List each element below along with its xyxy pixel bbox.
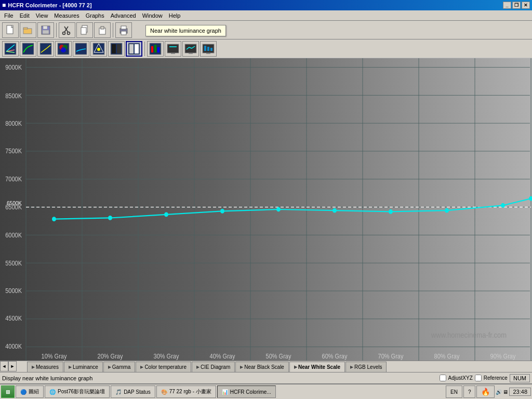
taskbar-btn-post76[interactable]: 🌐 Post76影音玩樂論壇	[45, 385, 110, 398]
taskbar-left: ⊞ 🔵 圖紹 🌐 Post76影音玩樂論壇 🎵 DAP Status 🎨 77 …	[1, 385, 276, 398]
paint-icon: 🎨	[161, 389, 167, 395]
svg-rect-11	[81, 28, 86, 34]
svg-point-100	[332, 208, 337, 213]
net-icon[interactable]: 🖥	[503, 389, 508, 395]
menu-window[interactable]: Window	[139, 11, 166, 20]
menu-measures[interactable]: Measures	[51, 11, 82, 20]
svg-point-30	[97, 48, 100, 51]
cie-button[interactable]	[90, 41, 107, 57]
menu-graphs[interactable]: Graphs	[83, 11, 108, 20]
menu-help[interactable]: Help	[166, 11, 184, 20]
near-black-button[interactable]	[108, 41, 125, 57]
adjust-area: AdjustXYZ Reference	[440, 375, 508, 381]
menu-view[interactable]: View	[33, 11, 51, 20]
taskbar-btn-tuwbi[interactable]: 🔵 圖紹	[16, 385, 44, 398]
adjust-xyz-label: AdjustXYZ	[448, 375, 473, 381]
svg-rect-16	[121, 31, 126, 35]
toolbar-file	[0, 21, 532, 39]
tab-gamma[interactable]: ▶Gamma	[103, 362, 136, 372]
language-button[interactable]: EN	[446, 385, 462, 398]
adjust-xyz-checkbox[interactable]	[440, 375, 446, 381]
help-taskbar-button[interactable]: ?	[463, 385, 476, 398]
status-right: AdjustXYZ Reference NUM	[440, 374, 530, 382]
nero-icon: 🔥	[481, 388, 490, 396]
svg-rect-5	[43, 30, 49, 34]
rgb-button[interactable]	[55, 41, 72, 57]
svg-rect-44	[185, 44, 196, 53]
start-button[interactable]: ⊞	[1, 385, 15, 398]
svg-rect-50	[210, 48, 212, 51]
save-button[interactable]	[37, 22, 54, 38]
new-button[interactable]	[2, 22, 19, 38]
restore-button[interactable]: ❐	[512, 2, 521, 9]
svg-point-26	[61, 47, 66, 52]
menu-file[interactable]: File	[1, 11, 17, 20]
luminance-button[interactable]	[20, 41, 36, 57]
print-button[interactable]	[115, 22, 132, 38]
tab-cie-diagram[interactable]: ▶CIE Diagram	[192, 362, 235, 372]
close-button[interactable]: ✕	[522, 2, 530, 9]
svg-point-98	[220, 209, 224, 214]
start-icon: ⊞	[6, 389, 10, 395]
svg-text:90% Gray: 90% Gray	[490, 353, 516, 360]
tab-luminance[interactable]: ▶Luminance	[64, 362, 103, 372]
tab-prev-button[interactable]: ◄	[0, 361, 8, 371]
rgb-levels-button[interactable]	[147, 41, 164, 57]
svg-rect-48	[204, 46, 206, 51]
main-content: 9000K 8500K 8000K 7500K 7000K 6500K 6000…	[0, 58, 532, 383]
minimize-button[interactable]: _	[503, 2, 511, 9]
gamma-button[interactable]	[37, 41, 54, 57]
menu-edit[interactable]: Edit	[17, 11, 33, 20]
copy-button[interactable]	[76, 22, 93, 38]
dap-label: DAP Status	[124, 389, 151, 395]
svg-rect-4	[43, 26, 47, 29]
extra1-button[interactable]	[165, 41, 181, 57]
open-button[interactable]	[20, 22, 36, 38]
extra3-button[interactable]	[200, 41, 217, 57]
chart-wrapper: 9000K 8500K 8000K 7500K 7000K 6500K 6000…	[0, 58, 532, 361]
svg-text:70% Gray: 70% Gray	[378, 353, 404, 360]
taskbar-btn-hcfr[interactable]: 📊 HCFR Colorime...	[217, 385, 276, 398]
tab-near-white-scale[interactable]: ▶Near White Scale	[289, 362, 345, 372]
app-title: HCFR Colorimeter - [4000 77 2]	[8, 2, 91, 8]
extra2-button[interactable]	[182, 41, 199, 57]
app-icon: ■	[2, 2, 6, 9]
near-white-button[interactable]	[126, 41, 142, 57]
svg-rect-47	[206, 53, 210, 54]
svg-text:40% Gray: 40% Gray	[210, 353, 235, 360]
svg-point-101	[389, 209, 393, 214]
paste-button[interactable]	[94, 22, 111, 38]
status-bar: Display near white luminance graph Adjus…	[0, 372, 532, 383]
svg-rect-38	[151, 46, 153, 52]
svg-text:5500K: 5500K	[5, 260, 22, 267]
system-tray: 🔊 🖥	[496, 389, 508, 395]
menu-advanced[interactable]: Advanced	[108, 11, 139, 20]
sys-tray-button[interactable]: 🔥	[476, 385, 495, 398]
svg-text:7000K: 7000K	[5, 176, 22, 183]
tab-measures[interactable]: ▶Measures	[27, 362, 63, 372]
svg-point-95	[52, 217, 56, 221]
tab-next-button[interactable]: ►	[8, 361, 17, 371]
taskbar-btn-paint[interactable]: 🎨 77 22 rgb - 小畫家	[156, 385, 216, 398]
all-measures-button[interactable]	[2, 41, 19, 57]
svg-rect-41	[167, 44, 179, 53]
svg-text:50% Gray: 50% Gray	[266, 353, 291, 360]
menu-bar: File Edit View Measures Graphs Advanced …	[0, 10, 532, 21]
language-label: EN	[450, 389, 458, 395]
vol-icon[interactable]: 🔊	[496, 389, 502, 395]
tab-rgb-levels[interactable]: ▶RGB Levels	[345, 362, 387, 372]
color-temp-button[interactable]	[73, 41, 89, 57]
svg-text:30% Gray: 30% Gray	[154, 353, 179, 360]
paint-label: 77 22 rgb - 小畫家	[169, 388, 211, 395]
reference-checkbox[interactable]	[475, 375, 482, 381]
tab-color-temperature[interactable]: ▶Color temperature	[136, 362, 191, 372]
tooltip-text: Near white luminance graph	[150, 28, 221, 34]
cut-button[interactable]	[59, 22, 75, 38]
status-left: Display near white luminance graph	[2, 375, 92, 381]
clock: 23:48	[509, 388, 531, 396]
sep3	[144, 42, 145, 56]
taskbar-btn-dap[interactable]: 🎵 DAP Status	[111, 385, 155, 398]
tab-near-black-scale[interactable]: ▶Near Black Scale	[235, 362, 289, 372]
svg-point-8	[63, 32, 65, 34]
svg-rect-15	[121, 26, 126, 29]
